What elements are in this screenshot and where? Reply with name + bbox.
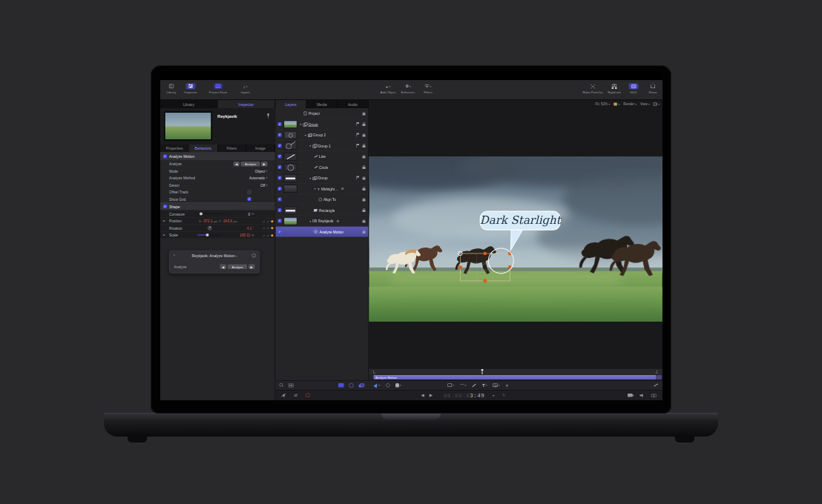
- layer-row-midnight-[interactable]: ✓▼TMidnight…⚙: [276, 184, 369, 195]
- layer-name[interactable]: Reykjavik: [318, 219, 333, 223]
- hud-analyze-backward-button[interactable]: ◀: [220, 265, 227, 270]
- out-point-marker[interactable]: [656, 371, 658, 374]
- keyframe-icon[interactable]: ◆: [271, 226, 273, 230]
- line-tool[interactable]: [472, 385, 476, 385]
- lock-icon[interactable]: [363, 231, 366, 233]
- layer-row-analyze-motion[interactable]: ✓Analyze Motion: [276, 227, 369, 238]
- show-layers-toggle[interactable]: [359, 383, 364, 387]
- show-behaviors-toggle[interactable]: [349, 383, 354, 388]
- pan-tool[interactable]: ▾: [395, 383, 401, 388]
- link-icon[interactable]: [651, 394, 657, 397]
- analyze-backward-button[interactable]: ◀: [234, 162, 240, 167]
- layer-row-line[interactable]: ✓Line: [276, 151, 369, 162]
- next-keyframe-icon[interactable]: ◇: [266, 233, 269, 237]
- search-icon[interactable]: [280, 383, 284, 388]
- inspector-button[interactable]: Inspector: [183, 83, 199, 94]
- play-button[interactable]: ▶: [430, 393, 433, 398]
- prev-keyframe-icon[interactable]: ◇: [263, 219, 265, 223]
- layer-name[interactable]: Project: [309, 111, 320, 116]
- disclosure-triangle-icon[interactable]: ▼: [309, 219, 312, 222]
- mode-popup[interactable]: Object▾: [255, 169, 268, 173]
- curvature-slider[interactable]: [200, 213, 225, 214]
- next-keyframe-icon[interactable]: ◇: [266, 219, 269, 223]
- layer-name[interactable]: Line: [319, 154, 326, 159]
- layer-name[interactable]: Rectangle: [319, 208, 335, 213]
- disclosure-icon[interactable]: ▶: [163, 233, 165, 236]
- gear-icon[interactable]: ⚙: [336, 219, 339, 223]
- rotation-field[interactable]: 4.1: [247, 226, 252, 231]
- hud-analyze-button[interactable]: Analyze: [228, 265, 247, 270]
- scale-field[interactable]: 183.11: [240, 233, 250, 237]
- lock-icon[interactable]: [363, 113, 366, 116]
- layer-row-group[interactable]: ✓▼Group: [276, 173, 369, 184]
- video-frame[interactable]: Dark Starlight: [369, 156, 663, 322]
- flag-icon[interactable]: [357, 122, 360, 126]
- lock-icon[interactable]: [363, 199, 366, 202]
- tab-library[interactable]: Library: [160, 100, 217, 108]
- disclosure-triangle-icon[interactable]: ▼: [314, 188, 316, 190]
- timecode-display[interactable]: 00:00:03:49: [444, 392, 484, 399]
- lock-icon[interactable]: [363, 178, 366, 180]
- lock-icon[interactable]: [363, 188, 366, 190]
- layer-name[interactable]: Analyze Motion: [320, 230, 343, 234]
- tab-image[interactable]: Image: [246, 145, 275, 152]
- detect-popup[interactable]: Off▾: [260, 183, 268, 188]
- layer-name[interactable]: Group: [318, 176, 327, 180]
- rotation-dial[interactable]: [208, 226, 212, 231]
- layer-row-group[interactable]: ✓▼Group: [276, 119, 369, 130]
- layer-name[interactable]: Group 1: [318, 144, 330, 148]
- keyframe-editor-icon[interactable]: [654, 383, 658, 387]
- analyze-button[interactable]: Analyze: [241, 162, 260, 167]
- next-keyframe-icon[interactable]: ◇: [266, 226, 269, 230]
- mute-icon[interactable]: [282, 394, 286, 397]
- loop-icon[interactable]: ⇄: [295, 393, 298, 398]
- tab-filters[interactable]: Filters: [217, 145, 246, 152]
- project-pane-button[interactable]: Project Pane: [205, 83, 231, 94]
- info-icon[interactable]: i: [252, 253, 257, 258]
- crop-tool[interactable]: ✕: [505, 383, 508, 388]
- layer-name[interactable]: Circle: [319, 165, 328, 170]
- record-button[interactable]: [306, 394, 310, 398]
- tab-media[interactable]: Media: [306, 100, 338, 108]
- previous-frame-button[interactable]: ◀: [421, 393, 424, 398]
- lock-icon[interactable]: [363, 135, 366, 137]
- flag-icon[interactable]: [357, 144, 360, 147]
- analyze-motion-bar[interactable]: Analyze Motion: [374, 375, 657, 379]
- view-popup[interactable]: View ▾: [640, 102, 650, 106]
- disclosure-triangle-icon[interactable]: ▼: [304, 133, 306, 136]
- track-handle[interactable]: [484, 252, 487, 255]
- position-y-field[interactable]: -243.6: [223, 219, 232, 223]
- share-button[interactable]: Share: [645, 83, 661, 94]
- behaviors-button[interactable]: ⚙▾ Behaviors: [400, 83, 416, 94]
- lock-icon[interactable]: [363, 156, 366, 159]
- timecode-popup-icon[interactable]: ▾: [493, 394, 494, 397]
- lock-icon[interactable]: [363, 124, 366, 126]
- keyframe-icon[interactable]: ◆: [271, 233, 273, 237]
- lock-icon[interactable]: [363, 145, 366, 147]
- flag-icon[interactable]: [357, 133, 360, 137]
- track-handle[interactable]: [458, 265, 461, 268]
- track-handle[interactable]: [484, 279, 487, 282]
- canvas[interactable]: Fit: 52% ▾ ▾ Render ▾ View ▾ ▾: [369, 100, 663, 380]
- analyze-forward-button[interactable]: ▶: [261, 162, 268, 167]
- show-objects-toggle[interactable]: [338, 383, 344, 388]
- disclosure-triangle-icon[interactable]: ▼: [300, 123, 302, 126]
- layer-visibility-checkbox[interactable]: ✓: [278, 133, 282, 137]
- layer-row-project[interactable]: Project: [276, 108, 369, 119]
- layer-row-group-1[interactable]: ✓▼Group 1: [276, 141, 369, 152]
- hud-analyze-forward-button[interactable]: ▶: [249, 265, 255, 270]
- bezier-tool[interactable]: ▾: [460, 384, 466, 387]
- tab-behaviors[interactable]: Behaviors: [189, 145, 218, 152]
- in-point-marker[interactable]: [374, 371, 376, 374]
- analysis-method-popup[interactable]: Automatic▾: [249, 176, 267, 180]
- flag-icon[interactable]: [357, 176, 360, 180]
- audio-icon[interactable]: [640, 394, 645, 397]
- filters-button[interactable]: ▾ Filters: [420, 83, 436, 94]
- lock-icon[interactable]: [363, 210, 366, 212]
- gear-icon[interactable]: ⚙: [341, 187, 344, 190]
- layer-row-group-2[interactable]: ✓▼Group 2: [276, 130, 369, 141]
- layer-visibility-checkbox[interactable]: ✓: [278, 155, 282, 159]
- disclosure-triangle-icon[interactable]: ▼: [309, 145, 312, 147]
- hud-panel[interactable]: ✕ Reykjavik: Analyze Motion ▾ i Analyze …: [169, 251, 260, 273]
- layer-visibility-checkbox[interactable]: ✓: [278, 208, 282, 212]
